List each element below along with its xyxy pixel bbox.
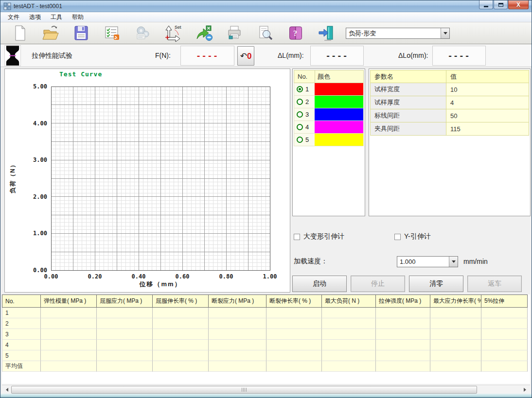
results-cell [481,308,528,318]
specimen-icon [4,45,21,66]
parameters-header-row: 参数名 值 [370,70,529,83]
menu-item-3[interactable]: 帮助 [67,12,89,22]
parameter-name: 标线间距 [371,109,446,122]
maximize-button[interactable] [494,0,508,9]
chevron-down-icon[interactable] [449,257,458,267]
test-settings-button[interactable] [96,23,127,43]
parameter-value[interactable]: 115 [446,122,529,135]
curve-radio-2[interactable] [297,99,303,105]
results-cell [153,318,209,329]
chevron-down-icon[interactable] [441,28,449,38]
open-file-button[interactable] [35,23,66,43]
test-name: 拉伸性能试验 [32,52,72,60]
loading-speed-select[interactable]: 1.000 [397,256,458,267]
loading-speed-value: 1.000 [397,258,449,265]
menu-item-2[interactable]: 工具 [46,12,67,22]
curve-radio-4[interactable] [297,124,303,130]
curve-mode-select[interactable]: 负荷-形变 [346,28,450,39]
curve-color-swatch[interactable] [315,134,363,146]
results-cell [481,350,528,361]
print-button[interactable] [219,23,249,43]
curve-color-swatch[interactable] [315,83,363,95]
system-settings-icon [134,24,151,42]
exit-button[interactable] [311,23,341,43]
title-bar: testADT - test0001 X [0,0,532,12]
parameter-value[interactable]: 50 [446,109,529,122]
loading-speed-unit: mm/min [463,258,488,265]
results-row-label: 1 [2,308,41,318]
parameter-value[interactable]: 10 [446,83,529,96]
delta-lo-label: ΔLo(mm): [398,52,428,59]
minimize-button[interactable] [479,0,493,9]
results-cell [430,340,481,350]
help-icon: ? [287,24,304,42]
system-settings-button[interactable] [127,23,158,43]
results-cell [209,340,266,350]
curve-color-swatch[interactable] [315,96,363,108]
scroll-left-arrow[interactable] [2,385,10,394]
parameter-value[interactable]: 4 [446,96,529,109]
preview-button[interactable] [249,23,280,43]
zero-button-label: 0 [247,52,251,60]
test-curve-plot: 5.004.003.002.001.000.000.000.200.400.60… [5,69,290,292]
results-cell [153,340,209,350]
axis-setup-button[interactable]: Set [158,23,188,43]
export-report-button[interactable] [188,23,219,43]
checkbox-box-icon[interactable] [294,234,300,240]
y-extensometer-checkbox[interactable]: Y-引伸计 [394,232,431,241]
parameter-name: 试样宽度 [371,83,446,96]
control-button-0[interactable]: 启动 [292,276,347,292]
results-cell [376,361,430,372]
parameters-panel: 参数名 值 试样宽度10试样厚度4标线间距50夹具间距115 [369,69,531,216]
save-button[interactable] [66,23,96,43]
results-row-平均值: 平均值 [2,361,530,372]
results-cell [209,308,266,318]
axis-setup-icon: Set [164,24,182,42]
large-deformation-extensometer-checkbox[interactable]: 大变形引伸计 [294,232,344,241]
results-cell [153,361,209,372]
parameter-name: 夹具间距 [371,122,446,135]
force-display: ---- [180,46,234,66]
new-file-button[interactable] [4,23,35,43]
zero-button[interactable]: ↶0 [237,46,254,66]
curve-color-swatch[interactable] [315,108,363,121]
horizontal-scrollbar[interactable] [2,385,530,394]
print-icon [226,24,243,42]
results-cell [209,361,266,372]
help-button[interactable]: ? [280,23,311,43]
curve-radio-3[interactable] [297,111,303,118]
results-cell [322,318,376,329]
exit-icon [318,24,335,42]
svg-text:3.00: 3.00 [33,156,47,163]
results-cell [481,361,528,372]
menu-item-1[interactable]: 选项 [24,12,46,22]
svg-text:Set: Set [175,25,181,30]
control-button-1: 停止 [351,276,405,292]
results-cell [266,308,322,318]
results-header-cell: 屈服伸长率( % ) [153,294,209,308]
curve-radio-1[interactable] [297,86,303,92]
param-header-value: 值 [446,70,529,83]
svg-text:0.00: 0.00 [44,273,58,280]
curve-number: 4 [305,123,309,131]
results-cell [430,318,481,329]
parameter-row-0: 试样宽度10 [370,83,529,96]
menu-item-0[interactable]: 文件 [3,12,24,22]
close-button[interactable]: X [508,0,529,9]
results-cell [322,350,376,361]
curve-radio-5[interactable] [297,137,303,143]
results-header-cell: 最大负荷( N ) [322,294,376,308]
control-button-2[interactable]: 清零 [409,276,463,292]
scroll-right-arrow[interactable] [522,385,530,394]
results-header-cell: 屈服应力( MPa ) [97,294,153,308]
curve-color-swatch[interactable] [315,121,363,133]
svg-text:2.00: 2.00 [33,193,47,200]
curve-number: 1 [305,86,309,93]
scrollbar-thumb[interactable] [11,386,477,394]
minimize-icon [484,6,488,7]
chart-panel: Test Curve 负荷（N） 5.004.003.002.001.000.0… [4,69,290,293]
checkbox-box-icon[interactable] [394,234,401,240]
results-header-cell: 弹性模量( MPa ) [41,294,97,308]
checkbox-label: 大变形引伸计 [303,232,344,241]
delta-l-label: ΔL(mm): [278,52,304,59]
